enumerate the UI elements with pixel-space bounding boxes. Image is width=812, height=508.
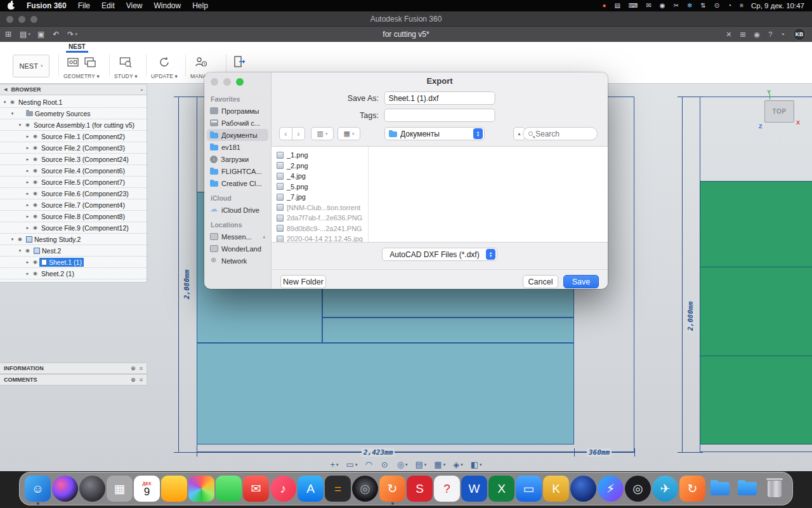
disclosure-icon[interactable]: ▸ bbox=[24, 191, 31, 196]
nav-tool-icon[interactable]: ▦▾ bbox=[434, 460, 445, 469]
nav-tool-icon[interactable]: ▤▾ bbox=[416, 460, 427, 469]
disclosure-icon[interactable]: ▾ bbox=[9, 237, 16, 242]
toolbar-icon[interactable]: ↷▾ bbox=[67, 30, 77, 39]
dock-icon[interactable]: X bbox=[488, 476, 514, 502]
sidebar-item[interactable]: WonderLand bbox=[207, 243, 268, 255]
browser-tree-item[interactable]: ▾ Geometry Sources bbox=[0, 108, 147, 119]
visibility-icon[interactable]: ◉ bbox=[31, 133, 39, 139]
sidebar-item[interactable]: Creative Cl... bbox=[207, 177, 268, 189]
visibility-icon[interactable]: ◉ bbox=[31, 168, 39, 173]
location-popup[interactable]: Документы ▲▼ bbox=[384, 127, 485, 140]
disclosure-icon[interactable]: ▸ bbox=[24, 260, 31, 265]
visibility-icon[interactable]: ◉ bbox=[31, 225, 39, 231]
information-pin-icon[interactable]: ⊕ bbox=[131, 365, 136, 371]
dock-icon[interactable] bbox=[79, 476, 105, 502]
browser-tree-item[interactable]: ▸ ◉ Source File.3 (Component24) bbox=[0, 154, 147, 165]
status-icon[interactable]: ≡ bbox=[740, 0, 743, 11]
forward-button[interactable]: › bbox=[292, 127, 305, 140]
dock-icon[interactable]: ✉ bbox=[243, 476, 269, 502]
visibility-icon[interactable]: ◉ bbox=[31, 145, 39, 150]
visibility-icon[interactable]: ◉ bbox=[31, 213, 39, 219]
search-input[interactable] bbox=[535, 130, 586, 138]
sidebar-item[interactable]: Программы bbox=[207, 105, 268, 117]
visibility-icon[interactable]: ◉ bbox=[23, 122, 32, 128]
disclosure-icon[interactable]: ▸ bbox=[24, 134, 31, 139]
apple-menu-icon[interactable] bbox=[8, 3, 15, 10]
dock-icon[interactable]: ▦ bbox=[107, 476, 133, 502]
menu-app-name[interactable]: Fusion 360 bbox=[21, 0, 72, 11]
menu-edit[interactable]: Edit bbox=[96, 0, 121, 11]
file-row[interactable]: 2020-04-14 21.12.45.jpg bbox=[277, 234, 367, 243]
dock-icon[interactable] bbox=[52, 476, 78, 502]
nav-tool-icon[interactable]: ◎▾ bbox=[397, 460, 408, 469]
dock-icon[interactable]: ◎ bbox=[625, 476, 651, 502]
dock-icon[interactable]: ↻ bbox=[379, 476, 405, 502]
visibility-icon[interactable]: ◉ bbox=[16, 236, 24, 242]
nav-tool-icon[interactable]: +▾ bbox=[331, 460, 339, 469]
file-row[interactable]: [NNM-Club...tion.torrent bbox=[277, 203, 367, 213]
study-icon[interactable] bbox=[119, 55, 133, 69]
status-icon[interactable]: ◉ bbox=[660, 0, 665, 11]
dock-icon[interactable]: ◎ bbox=[352, 476, 378, 502]
status-icon[interactable]: ● bbox=[602, 0, 606, 11]
status-icon[interactable]: ▤ bbox=[615, 0, 620, 11]
eject-icon[interactable]: ▴ bbox=[263, 234, 265, 239]
disclosure-icon[interactable]: ▸ bbox=[24, 214, 31, 219]
browser-tree-item[interactable]: ▸ ◉ Source File.6 (Component23) bbox=[0, 188, 147, 199]
sidebar-item[interactable]: Рабочий с... bbox=[207, 117, 268, 129]
visibility-icon[interactable]: ◉ bbox=[8, 99, 16, 105]
dialog-minimize-button[interactable] bbox=[223, 78, 231, 86]
geometry-sheet-icon[interactable] bbox=[83, 55, 97, 69]
visibility-icon[interactable]: ◉ bbox=[31, 190, 39, 196]
browser-tree-item[interactable]: ▸ ◉ Sheet.2 (1) bbox=[0, 268, 147, 279]
dialog-close-button[interactable] bbox=[211, 78, 218, 86]
menu-bar-clock[interactable]: Ср, 9 дек. 10:47 bbox=[751, 2, 812, 10]
status-icon[interactable]: ❄ bbox=[687, 0, 692, 11]
document-tab[interactable]: for cutting v5* bbox=[383, 27, 429, 42]
dock-icon[interactable]: K bbox=[543, 476, 569, 502]
browser-tree-item[interactable]: ▸ ◉ Source File.5 (Component7) bbox=[0, 177, 147, 188]
browser-tree-item[interactable]: ▸ ◉ Source File.4 (Component6) bbox=[0, 165, 147, 177]
disclosure-icon[interactable]: ▸ bbox=[24, 157, 31, 162]
comments-expand-icon[interactable]: ≡ bbox=[140, 377, 143, 383]
status-icon[interactable]: ⊙ bbox=[714, 0, 719, 11]
group-label-geometry[interactable]: GEOMETRY ▾ bbox=[63, 73, 100, 79]
dialog-zoom-button[interactable] bbox=[236, 78, 244, 86]
disclosure-icon[interactable]: ▸ bbox=[24, 180, 31, 185]
file-row[interactable]: _4.jpg bbox=[277, 171, 367, 182]
nav-tool-icon[interactable]: ⊙ bbox=[381, 460, 390, 469]
disclosure-icon[interactable]: ▾ bbox=[16, 123, 23, 128]
status-icon[interactable]: ◔ bbox=[728, 0, 731, 11]
dock-icon[interactable]: S bbox=[407, 476, 433, 502]
nested-part[interactable] bbox=[322, 318, 574, 343]
dock-icon[interactable]: ☺ bbox=[25, 476, 51, 502]
file-row[interactable]: _2.png bbox=[277, 161, 367, 171]
back-button[interactable]: ‹ bbox=[279, 127, 292, 140]
toolbar-icon[interactable]: ▣ bbox=[37, 30, 46, 39]
browser-tree-item[interactable]: ▸ ◉ Source File.1 (Component2) bbox=[0, 131, 147, 142]
nav-tool-icon[interactable]: ◧▾ bbox=[471, 460, 482, 469]
browser-tree-item[interactable]: ▾ ◉ Nesting Root.1 bbox=[0, 97, 147, 108]
menu-file[interactable]: File bbox=[72, 0, 96, 11]
notifications-icon[interactable]: ◔ bbox=[780, 30, 785, 38]
menu-window[interactable]: Window bbox=[148, 0, 187, 11]
visibility-icon[interactable]: ◉ bbox=[31, 202, 39, 208]
disclosure-icon[interactable]: ▾ bbox=[9, 111, 16, 116]
toolbar-icon[interactable]: ▤▾ bbox=[20, 30, 30, 39]
disclosure-icon[interactable]: ▾ bbox=[16, 248, 23, 253]
help-icon[interactable]: ? bbox=[768, 30, 772, 38]
sidebar-item[interactable]: ev181 bbox=[207, 141, 268, 153]
tags-field[interactable] bbox=[384, 109, 495, 122]
save-as-field[interactable] bbox=[384, 91, 495, 105]
browser-tree-item[interactable]: ▾ ◉ Nest.2 bbox=[0, 245, 147, 257]
nested-part-green[interactable] bbox=[700, 181, 812, 444]
browser-tree-item[interactable]: ▾ ◉ Nesting Study.2 bbox=[0, 234, 147, 245]
user-avatar[interactable]: KB bbox=[793, 28, 806, 41]
job-status-icon[interactable]: ◉ bbox=[754, 30, 761, 39]
browser-tree-item[interactable]: ▾ ◉ Source Assembly.1 (for cutting v5) bbox=[0, 119, 147, 131]
browser-tree-item[interactable]: ▸ ◉ Source File.7 (Component4) bbox=[0, 199, 147, 211]
menu-help[interactable]: Help bbox=[187, 0, 214, 11]
new-folder-button[interactable]: New Folder bbox=[280, 275, 326, 288]
browser-tree-item[interactable]: ▸ ◉ Source File.9 (Component12) bbox=[0, 222, 147, 234]
sidebar-item[interactable]: iCloud Drive bbox=[207, 204, 268, 216]
